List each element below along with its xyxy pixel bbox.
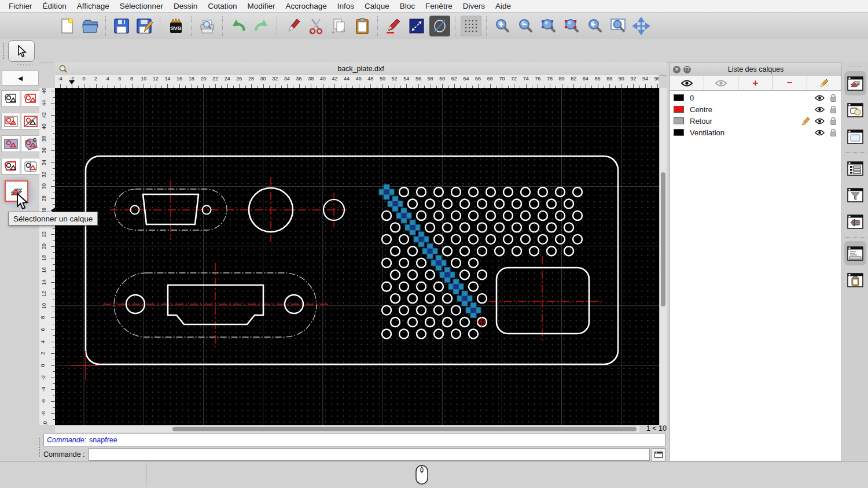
layer-visibility-icon[interactable] [814, 130, 825, 136]
new-document-button[interactable] [57, 16, 78, 36]
library-dock-button[interactable] [844, 124, 866, 149]
save-as-button[interactable] [134, 16, 155, 36]
copy-button[interactable]: + [329, 16, 350, 36]
layer-row[interactable]: 0 [670, 92, 841, 103]
paste-button[interactable] [352, 16, 373, 36]
line-attributes-button[interactable] [406, 16, 427, 36]
menu-divers[interactable]: Divers [458, 2, 490, 10]
layer-visibility-icon[interactable] [814, 118, 825, 124]
layer-color-swatch[interactable] [674, 117, 684, 124]
select-contour-button[interactable] [21, 90, 40, 107]
layer-color-swatch[interactable] [674, 94, 684, 101]
menu-affichage[interactable]: Affichage [72, 2, 115, 10]
deselect-intersected-button[interactable] [21, 135, 40, 152]
layer-row[interactable]: Centre [670, 103, 841, 115]
menu-calque[interactable]: Calque [359, 2, 395, 10]
layer-lock-icon[interactable] [827, 128, 839, 137]
layer-lock-icon[interactable] [827, 94, 839, 102]
circle-tool-button[interactable] [429, 16, 450, 36]
ruler-tick [51, 317, 55, 318]
print-preview-button[interactable] [197, 16, 218, 36]
select-intersected-button[interactable] [1, 135, 20, 152]
menu-accrochage[interactable]: Accrochage [280, 2, 332, 10]
menu-edition[interactable]: Édition [38, 2, 72, 10]
menu-dessin[interactable]: Dessin [168, 2, 203, 10]
insert-dock-button[interactable] [844, 209, 866, 234]
mouse-icon [414, 464, 429, 485]
remove-layer-button[interactable]: − [773, 76, 807, 90]
deselect-all-button[interactable] [21, 158, 40, 175]
blocks-dock-button[interactable] [844, 98, 866, 122]
entity-list-dock-button[interactable] [844, 156, 866, 180]
zoom-in-button[interactable] [492, 16, 513, 36]
layer-editing-pencil-icon [800, 117, 811, 125]
cut-button[interactable]: + [306, 16, 326, 36]
ruler-label: 46 [356, 76, 362, 82]
horizontal-scroll-thumb[interactable] [172, 427, 637, 431]
command-keyboard-button[interactable] [652, 448, 665, 461]
vertical-scrollbar[interactable] [659, 88, 667, 425]
menu-selectionner[interactable]: Sélectionner [115, 2, 168, 10]
zoom-auto-button[interactable] [538, 16, 559, 36]
layer-lock-icon[interactable] [827, 117, 839, 125]
drawing-canvas[interactable] [55, 88, 659, 425]
svg-export-button[interactable]: SVG [165, 16, 186, 36]
edit-layer-button[interactable] [807, 76, 841, 90]
pen-button[interactable] [383, 16, 404, 36]
layer-lock-icon[interactable] [827, 105, 839, 114]
entity-list-dock-icon [847, 161, 863, 176]
svg-text:+: + [332, 29, 334, 35]
grid-major-lines [55, 88, 659, 425]
layer-color-swatch[interactable] [674, 106, 684, 113]
layer-visibility-icon[interactable] [814, 106, 825, 113]
menu-infos[interactable]: Infos [332, 2, 359, 10]
horizontal-scrollbar[interactable] [55, 425, 639, 432]
ruler-label: 2 [40, 352, 46, 355]
add-layer-button[interactable]: + [738, 76, 773, 90]
ruler-tick [586, 84, 586, 88]
float-panel-icon[interactable]: ❐ [683, 66, 691, 73]
zoom-redraw-button[interactable] [561, 16, 582, 36]
menu-modifier[interactable]: Modifier [242, 2, 280, 10]
layer-color-swatch[interactable] [674, 129, 684, 136]
command-dock-button[interactable] [844, 241, 866, 265]
toolbox-back-button[interactable]: ◀ [2, 71, 39, 86]
menu-fichier[interactable]: Fichier [3, 2, 38, 10]
vertical-scroll-thumb[interactable] [661, 172, 665, 306]
select-entity-button[interactable] [1, 90, 20, 107]
undo-button[interactable] [228, 16, 249, 36]
menu-aide[interactable]: Aide [490, 2, 516, 10]
command-dock: Commande: snapfree Commande : [38, 432, 667, 461]
select-all-button[interactable] [1, 158, 20, 175]
redo-button[interactable] [251, 16, 272, 36]
zoom-previous-button[interactable] [584, 16, 605, 36]
layer-row[interactable]: Ventilation [670, 127, 841, 138]
menu-bloc[interactable]: Bloc [395, 2, 420, 10]
select-contour-icon [23, 93, 38, 105]
filter-dock-button[interactable] [844, 183, 866, 207]
clipboard-dock-button[interactable] [844, 268, 866, 292]
pan-button[interactable] [631, 16, 652, 36]
eraser-icon [284, 17, 301, 35]
open-folder-button[interactable] [80, 16, 101, 36]
zoom-window-button[interactable] [608, 16, 628, 36]
layers-dock-button[interactable] [844, 71, 866, 95]
selection-pointer-button[interactable] [8, 40, 35, 62]
hide-all-layers-button[interactable] [704, 76, 738, 90]
ruler-label: 8 [130, 76, 133, 82]
selected-circle-highlight [388, 196, 403, 211]
grid-button[interactable] [461, 16, 481, 36]
close-icon[interactable]: ✕ [673, 66, 681, 73]
save-button[interactable] [111, 16, 132, 36]
eraser-button[interactable] [282, 16, 303, 36]
document-icon [58, 64, 68, 73]
menu-fenetre[interactable]: Fenêtre [420, 2, 458, 10]
deselect-window-button[interactable] [21, 113, 40, 130]
layer-visibility-icon[interactable] [814, 95, 825, 101]
show-all-layers-button[interactable] [670, 76, 704, 90]
layer-row[interactable]: Retour [670, 115, 841, 127]
menu-cotation[interactable]: Cotation [203, 2, 242, 10]
select-window-button[interactable] [1, 113, 20, 130]
zoom-out-button[interactable] [515, 16, 536, 36]
command-input[interactable] [89, 448, 650, 461]
